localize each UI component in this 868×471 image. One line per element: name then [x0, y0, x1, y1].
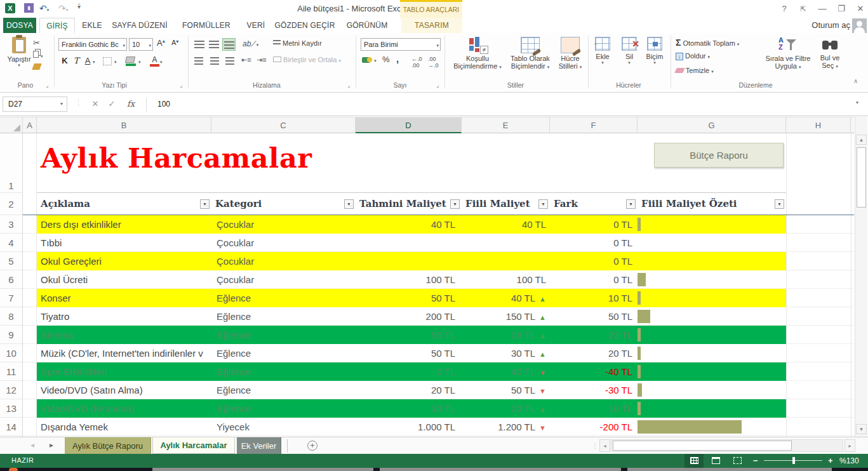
cell-estimated-cost[interactable]: 50 TL: [356, 289, 455, 307]
formula-input[interactable]: 100: [157, 96, 170, 112]
select-all-corner[interactable]: [0, 117, 23, 133]
sort-filter-button[interactable]: A Z Sırala ve Filtre Uygula ▾: [762, 37, 814, 71]
scroll-up-icon[interactable]: ▲: [856, 135, 867, 145]
row-header-11[interactable]: 11: [0, 362, 22, 381]
budget-report-button[interactable]: Bütçe Raporu: [654, 143, 784, 168]
column-header-G[interactable]: G: [638, 117, 786, 133]
hscroll-right-icon[interactable]: ▸: [845, 439, 855, 452]
bold-button[interactable]: K: [60, 56, 70, 65]
cell-difference[interactable]: 0 TL: [550, 234, 632, 252]
cell-actual-cost[interactable]: 20 TL▲: [462, 399, 546, 418]
row-header-13[interactable]: 13: [0, 399, 22, 418]
new-sheet-button[interactable]: +: [307, 441, 317, 451]
minimize-button[interactable]: —: [814, 3, 831, 15]
tabbar-splitter[interactable]: ⋮: [592, 442, 598, 449]
underline-button[interactable]: A: [83, 56, 93, 65]
user-avatar[interactable]: [852, 18, 867, 33]
redo-icon[interactable]: ↷▾: [58, 3, 68, 13]
percent-style-icon[interactable]: %: [382, 55, 390, 64]
cell-actual-cost[interactable]: 50 TL▼: [462, 381, 546, 399]
cell-difference[interactable]: 0 TL: [550, 252, 632, 270]
row-header-9[interactable]: 9: [0, 326, 22, 344]
filter-dropdown-icon[interactable]: ▼: [775, 199, 784, 209]
name-box-caret[interactable]: ▾: [60, 97, 63, 111]
cell-difference[interactable]: 22 TL: [550, 326, 632, 344]
underline-caret[interactable]: ▾: [93, 60, 95, 65]
zoom-percentage[interactable]: %130: [839, 456, 859, 465]
cell-actual-cost[interactable]: 40 TL: [462, 215, 546, 234]
cell-difference[interactable]: 20 TL: [550, 344, 632, 362]
cell-category[interactable]: Çocuklar: [217, 215, 353, 234]
row-header-3[interactable]: 3: [0, 215, 22, 234]
orientation-icon[interactable]: ab⟋▾: [243, 39, 258, 48]
scroll-down-icon[interactable]: ▼: [856, 424, 867, 434]
autosum-button[interactable]: Σ Otomatik Toplam ▾: [676, 37, 739, 48]
zoom-slider-thumb[interactable]: [792, 457, 795, 464]
cell-category[interactable]: Eğlence: [217, 344, 353, 362]
row-header-5[interactable]: 5: [0, 252, 22, 270]
column-header-A[interactable]: A: [23, 117, 37, 133]
cell-description[interactable]: Tiyatro: [41, 307, 211, 326]
cell-difference[interactable]: -200 TL: [550, 418, 632, 436]
cell-actual-cost[interactable]: 100 TL: [462, 270, 546, 289]
insert-cells-button[interactable]: ← Ekle▾: [591, 37, 615, 65]
filter-dropdown-icon[interactable]: ▼: [626, 199, 636, 209]
cell-estimated-cost[interactable]: [356, 234, 455, 252]
align-center-icon[interactable]: [208, 55, 221, 67]
cell-category[interactable]: Eğlence: [217, 326, 353, 344]
row-header-8[interactable]: 8: [0, 307, 22, 326]
cell-category[interactable]: Çocuklar: [217, 270, 353, 289]
wrap-text-button[interactable]: Metni Kaydır: [273, 39, 322, 47]
restore-button[interactable]: ❐: [833, 3, 850, 15]
cell-estimated-cost[interactable]: 50 TL: [356, 344, 455, 362]
cell-difference[interactable]: 10 TL: [550, 289, 632, 307]
column-header-F[interactable]: F: [550, 117, 638, 133]
format-painter-icon[interactable]: [32, 63, 42, 70]
ribbon-options-button[interactable]: ⇱: [795, 3, 811, 15]
align-left-icon[interactable]: [193, 55, 206, 67]
cell-description[interactable]: Okul Gereçleri: [41, 252, 211, 270]
borders-icon[interactable]: [103, 57, 112, 65]
column-header-C[interactable]: C: [211, 117, 356, 133]
cell-category[interactable]: Eğlence: [217, 307, 353, 326]
column-header-E[interactable]: E: [462, 117, 550, 133]
row-header-6[interactable]: 6: [0, 270, 22, 289]
ribbon-tab-veri̇[interactable]: VERİ: [243, 18, 269, 33]
cell-difference[interactable]: -40 TL: [550, 362, 632, 381]
cell-description[interactable]: Video/DVD (Satın Alma): [41, 381, 211, 399]
increase-decimal-icon[interactable]: ←.0.00: [411, 56, 422, 69]
zoom-in-button[interactable]: +: [828, 456, 833, 465]
help-button[interactable]: ?: [776, 3, 792, 15]
undo-icon[interactable]: ↶▾: [39, 3, 49, 13]
sign-in-link[interactable]: Oturum aç: [811, 20, 850, 30]
ribbon-tab-tasarim[interactable]: TASARIM: [401, 18, 462, 33]
row-header-1[interactable]: 1: [0, 133, 22, 193]
cell-actual-cost[interactable]: 28 TL▲: [462, 326, 546, 344]
font-name-combo[interactable]: Franklin Gothic Bc▾: [58, 38, 127, 51]
pano-dialog-launcher[interactable]: ⌟: [46, 82, 52, 88]
accounting-format-icon[interactable]: ▾: [362, 56, 377, 63]
conditional-formatting-button[interactable]: ≠ Koşullu Biçimlendirme ▾: [450, 37, 505, 71]
cell-styles-button[interactable]: Hücre Stilleri ▾: [554, 37, 587, 71]
horizontal-scroll-thumb[interactable]: [613, 441, 792, 451]
filter-dropdown-icon[interactable]: ▼: [538, 199, 548, 209]
filter-dropdown-icon[interactable]: ▼: [450, 199, 460, 209]
ribbon-tab-görünüm[interactable]: GÖRÜNÜM: [342, 18, 392, 33]
font-color-icon[interactable]: A: [150, 55, 159, 67]
ribbon-tab-gözden-geçi̇r[interactable]: GÖZDEN GEÇİR: [273, 18, 337, 33]
confirm-entry-icon[interactable]: ✓: [104, 96, 119, 112]
cell-actual-cost[interactable]: 150 TL▲: [462, 307, 546, 326]
close-button[interactable]: ✕: [852, 3, 868, 15]
ribbon-tab-ekle[interactable]: EKLE: [77, 18, 107, 33]
align-right-icon[interactable]: [222, 55, 236, 67]
ribbon-tab-sayfa-düzeni̇[interactable]: SAYFA DÜZENİ: [109, 18, 170, 33]
decrease-decimal-icon[interactable]: .00→.0: [428, 56, 439, 69]
cell-difference[interactable]: -30 TL: [550, 381, 632, 399]
vertical-scroll-thumb[interactable]: [857, 147, 866, 208]
cell-description[interactable]: Tıbbi: [41, 234, 211, 252]
cell-difference[interactable]: 50 TL: [550, 307, 632, 326]
cell-category[interactable]: Eğlence: [217, 399, 353, 418]
cell-description[interactable]: Spor Etkinlikleri: [41, 362, 211, 381]
column-header-D[interactable]: D: [356, 117, 462, 133]
cell-actual-cost[interactable]: [462, 234, 546, 252]
